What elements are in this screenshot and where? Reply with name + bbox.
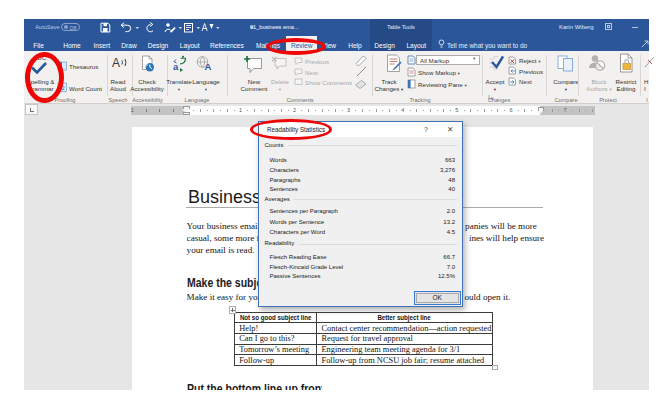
svg-text:A: A	[205, 61, 212, 72]
